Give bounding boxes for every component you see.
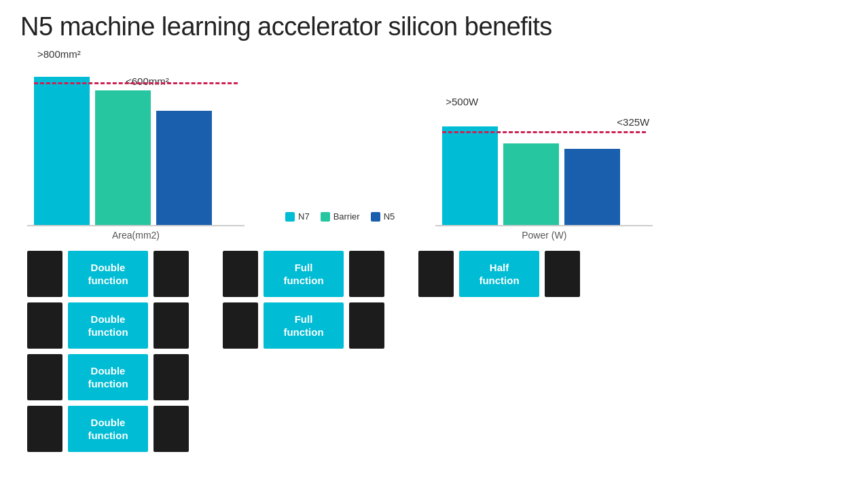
double-function-row-2: Doublefunction	[27, 302, 189, 349]
legend-n5-label: N5	[384, 211, 395, 222]
half-function-group: Halffunction	[418, 251, 580, 297]
cyan-tile-double-4: Doublefunction	[68, 406, 148, 452]
dark-tile-4b	[153, 406, 189, 452]
dark-tile-2a	[27, 302, 62, 349]
power-n5-annotation: <325W	[617, 116, 649, 128]
dark-tile-3b	[153, 354, 189, 400]
double-function-row-1: Doublefunction	[27, 251, 189, 297]
full-function-group: Fullfunction Fullfunction	[223, 251, 384, 349]
dark-tile-1a	[27, 251, 62, 297]
legend-barrier: Barrier	[321, 211, 360, 222]
dark-tile-h1a	[418, 251, 454, 297]
page-title: N5 machine learning accelerator silicon …	[0, 0, 868, 48]
full-function-row-2: Fullfunction	[223, 302, 384, 349]
power-barrier-bar	[503, 143, 559, 225]
dark-tile-f2b	[349, 302, 384, 349]
cyan-tile-double-2: Doublefunction	[68, 302, 148, 349]
area-n7-bar	[34, 77, 90, 225]
dark-tile-f2a	[223, 302, 258, 349]
area-n5-bar	[156, 111, 212, 225]
cyan-tile-full-2: Fullfunction	[264, 302, 344, 349]
half-function-row-1: Halffunction	[418, 251, 580, 297]
power-n5-bar	[564, 149, 620, 225]
power-chart-group: >500W <325W Power (W)	[435, 48, 653, 241]
area-baseline	[27, 225, 245, 226]
area-n7-annotation: >800mm²	[37, 48, 81, 60]
double-function-row-4: Doublefunction	[27, 406, 189, 452]
legend-n7-label: N7	[298, 211, 310, 222]
double-function-row-3: Doublefunction	[27, 354, 189, 400]
dark-tile-4a	[27, 406, 62, 452]
legend-n7: N7	[285, 211, 310, 222]
legend-barrier-color	[321, 212, 330, 222]
full-function-row-1: Fullfunction	[223, 251, 384, 297]
power-dashed-line	[442, 131, 646, 133]
dark-tile-f1a	[223, 251, 258, 297]
legend-n7-color	[285, 212, 295, 222]
tiles-section: Doublefunction Doublefunction Doublefunc…	[0, 241, 868, 452]
area-chart-group: >800mm² <600mm² Area(mm2)	[27, 48, 245, 241]
cyan-tile-half-1: Halffunction	[459, 251, 539, 297]
area-dashed-line	[34, 82, 238, 84]
legend-barrier-label: Barrier	[333, 211, 360, 222]
cyan-tile-double-3: Doublefunction	[68, 354, 148, 400]
dark-tile-h1b	[545, 251, 580, 297]
dark-tile-2b	[153, 302, 189, 349]
area-x-label: Area(mm2)	[112, 230, 160, 241]
dark-tile-f1b	[349, 251, 384, 297]
double-function-group: Doublefunction Doublefunction Doublefunc…	[27, 251, 189, 452]
chart-legend: N7 Barrier N5	[285, 211, 395, 222]
power-x-label: Power (W)	[522, 230, 566, 241]
power-n7-bar	[442, 126, 498, 225]
dark-tile-3a	[27, 354, 62, 400]
cyan-tile-double-1: Doublefunction	[68, 251, 148, 297]
legend-n5-color	[371, 212, 380, 222]
dark-tile-1b	[153, 251, 189, 297]
legend-n5: N5	[371, 211, 395, 222]
area-barrier-bar	[95, 90, 151, 225]
cyan-tile-full-1: Fullfunction	[264, 251, 344, 297]
power-baseline	[435, 225, 653, 226]
